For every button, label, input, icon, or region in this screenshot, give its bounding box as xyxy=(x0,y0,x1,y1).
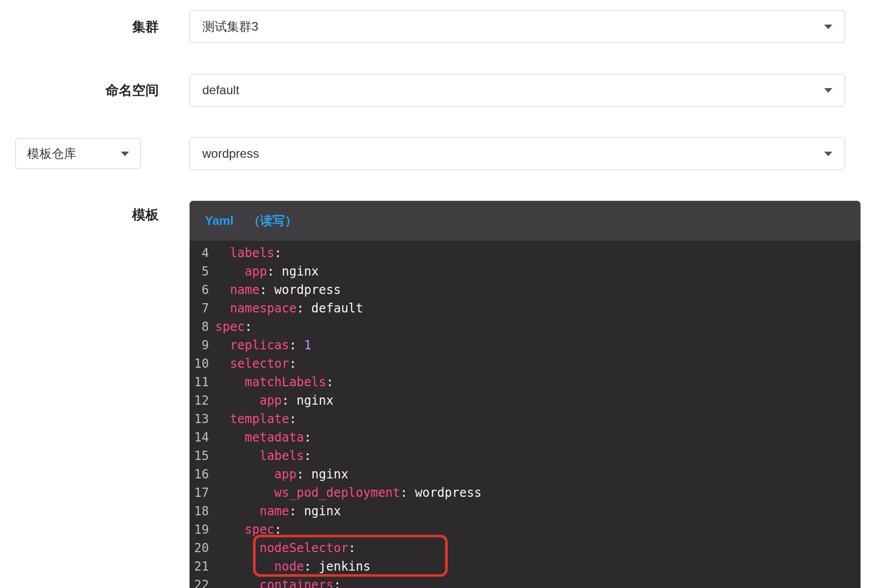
line-number: 14 xyxy=(190,428,215,447)
code-line[interactable]: 14 metadata: xyxy=(190,428,861,447)
code-line[interactable]: 10 selector: xyxy=(190,354,861,373)
code-line[interactable]: 12 app: nginx xyxy=(190,391,861,410)
line-number: 8 xyxy=(190,318,215,336)
line-number: 5 xyxy=(190,262,215,281)
code-content: metadata: xyxy=(215,428,861,447)
line-number: 9 xyxy=(190,336,215,354)
line-number: 18 xyxy=(190,502,215,520)
caret-down-icon xyxy=(824,25,832,29)
code-content: containers: xyxy=(215,576,861,588)
code-content: template: xyxy=(215,410,861,428)
yaml-editor[interactable]: Yaml （读写） 4 labels:5 app: nginx6 name: w… xyxy=(190,201,861,588)
code-content: labels: xyxy=(215,244,861,262)
code-line[interactable]: 21 node: jenkins xyxy=(190,557,861,576)
code-content: ws_pod_deployment: wordpress xyxy=(215,484,861,502)
line-number: 22 xyxy=(190,576,215,588)
namespace-select[interactable]: default xyxy=(190,74,845,107)
line-number: 17 xyxy=(190,484,215,502)
yaml-editor-header: Yaml （读写） xyxy=(190,201,861,241)
template-name-select-value: wordpress xyxy=(202,146,824,161)
code-line[interactable]: 16 app: nginx xyxy=(190,465,861,484)
cluster-select[interactable]: 测试集群3 xyxy=(190,10,845,43)
line-number: 19 xyxy=(190,520,215,539)
editor-mode-label: （读写） xyxy=(248,213,297,229)
code-line[interactable]: 22 containers: xyxy=(190,576,861,588)
line-number: 16 xyxy=(190,465,215,484)
code-line[interactable]: 18 name: nginx xyxy=(190,502,861,520)
code-content: app: nginx xyxy=(215,262,861,281)
code-content: selector: xyxy=(215,354,861,373)
line-number: 10 xyxy=(190,354,215,373)
code-content: matchLabels: xyxy=(215,373,861,391)
code-line[interactable]: 7 namespace: default xyxy=(190,299,861,318)
code-line[interactable]: 4 labels: xyxy=(190,244,861,262)
caret-down-icon xyxy=(824,88,832,93)
line-number: 12 xyxy=(190,391,215,410)
code-content: node: jenkins xyxy=(215,557,861,576)
code-content: app: nginx xyxy=(215,391,861,410)
code-content: name: wordpress xyxy=(215,281,861,299)
code-line[interactable]: 17 ws_pod_deployment: wordpress xyxy=(190,484,861,502)
template-repo-select-label: 模板仓库 xyxy=(27,145,76,162)
template-repo-select[interactable]: 模板仓库 xyxy=(15,138,141,169)
code-content: spec: xyxy=(215,520,861,539)
line-number: 7 xyxy=(190,299,215,318)
code-content: spec: xyxy=(215,318,861,336)
line-number: 4 xyxy=(190,244,215,262)
code-line[interactable]: 11 matchLabels: xyxy=(190,373,861,391)
line-number: 20 xyxy=(190,539,215,557)
cluster-label: 集群 xyxy=(15,18,190,36)
tab-yaml[interactable]: Yaml xyxy=(205,214,234,228)
code-content: name: nginx xyxy=(215,502,861,520)
caret-down-icon xyxy=(121,152,129,156)
caret-down-icon xyxy=(824,152,832,156)
line-number: 15 xyxy=(190,447,215,465)
cluster-select-value: 测试集群3 xyxy=(202,18,824,35)
line-number: 21 xyxy=(190,557,215,576)
template-name-select[interactable]: wordpress xyxy=(190,137,845,170)
code-line[interactable]: 6 name: wordpress xyxy=(190,281,861,299)
line-number: 11 xyxy=(190,373,215,391)
namespace-select-value: default xyxy=(202,83,824,97)
code-content: namespace: default xyxy=(215,299,861,318)
line-number: 13 xyxy=(190,410,215,428)
namespace-label: 命名空间 xyxy=(15,81,190,99)
code-content: app: nginx xyxy=(215,465,861,484)
template-editor-label: 模板 xyxy=(15,201,190,224)
code-line[interactable]: 13 template: xyxy=(190,410,861,428)
code-content: labels: xyxy=(215,447,861,465)
code-content: replicas: 1 xyxy=(215,336,861,354)
code-content: nodeSelector: xyxy=(215,539,861,557)
yaml-editor-body[interactable]: 4 labels:5 app: nginx6 name: wordpress7 … xyxy=(190,241,861,588)
code-line[interactable]: 20 nodeSelector: xyxy=(190,539,861,557)
code-line[interactable]: 9 replicas: 1 xyxy=(190,336,861,354)
code-line[interactable]: 5 app: nginx xyxy=(190,262,861,281)
code-line[interactable]: 19 spec: xyxy=(190,520,861,539)
line-number: 6 xyxy=(190,281,215,299)
code-line[interactable]: 15 labels: xyxy=(190,447,861,465)
code-line[interactable]: 8spec: xyxy=(190,318,861,336)
